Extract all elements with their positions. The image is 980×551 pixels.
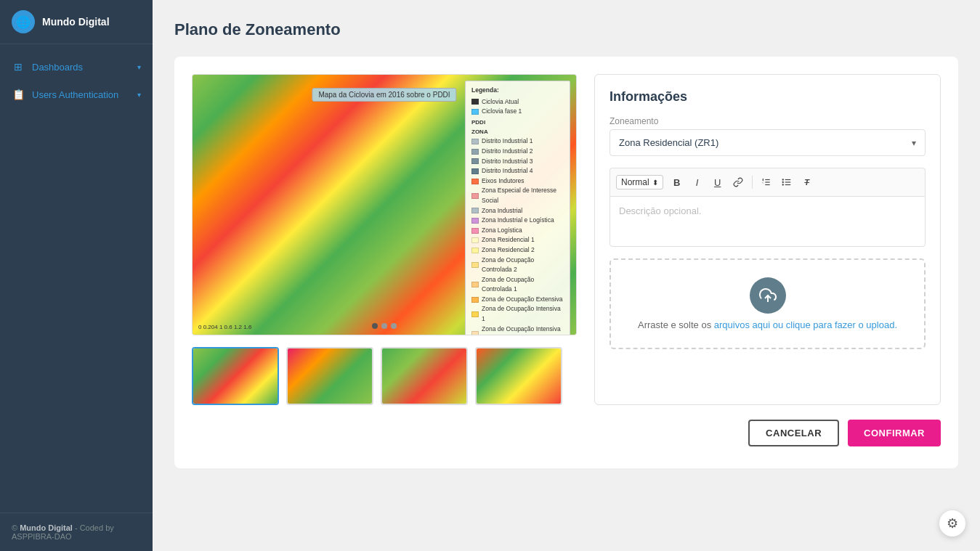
legend-title: Legenda:: [471, 86, 564, 96]
card-body: Mapa da Ciclovia em 2016 sobre o PDDI Le…: [192, 74, 941, 405]
legend-item-12: Zona de Ocupação Controlada 2: [471, 256, 564, 275]
bold-button[interactable]: B: [668, 173, 687, 192]
map-pagination-dots[interactable]: [372, 323, 397, 329]
sidebar-footer: © Mundo Digital - Coded by ASPPIBRA-DAO: [0, 513, 153, 551]
map-thumbnails: [192, 347, 577, 405]
footer-prefix: ©: [12, 523, 20, 532]
legend-item-3: Distrito Industrial 3: [471, 157, 564, 167]
legend-item-9: Zona Logística: [471, 226, 564, 236]
info-panel: Informações Zoneamento Zona Residencial …: [594, 74, 941, 405]
dashboards-icon: ⊞: [12, 60, 25, 73]
format-select[interactable]: Normal ⬍: [616, 175, 663, 189]
underline-button[interactable]: U: [708, 173, 727, 192]
content-card: Mapa da Ciclovia em 2016 sobre o PDDI Le…: [174, 57, 958, 468]
legend-item-ciclovia-atual: Ciclovia Atual: [471, 97, 564, 107]
svg-point-9: [782, 184, 783, 185]
svg-line-3: [762, 183, 763, 184]
main-content: Plano de Zoneamento Mapa da Ciclovia em …: [153, 0, 980, 551]
thumbnail-1[interactable]: [192, 347, 279, 405]
legend-item-16: Zona de Ocupação Intensiva 2: [471, 325, 564, 335]
map-dot-1[interactable]: [372, 323, 378, 329]
zoneamento-field-group: Zoneamento Zona Residencial (ZR1) ▾: [610, 116, 926, 156]
legend-item-13: Zona de Ocupação Controlada 1: [471, 275, 564, 295]
legend-label: Ciclovia fase 1: [482, 107, 522, 117]
sidebar-nav: ⊞ Dashboards ▾ 📋 Users Authentication ▾: [0, 44, 153, 513]
legend-item-1: Distrito Industrial 1: [471, 136, 564, 147]
gear-icon: ⚙: [947, 515, 958, 531]
legend-item-ciclovia-fase1: Ciclovia fase 1: [471, 107, 564, 117]
legend-item-10: Zona Residencial 1: [471, 235, 564, 245]
upload-text-part1: Arraste e solte os: [638, 319, 714, 330]
toolbar-divider-1: [752, 176, 753, 189]
map-container: Mapa da Ciclovia em 2016 sobre o PDDI Le…: [192, 74, 577, 335]
thumbnail-4[interactable]: [475, 347, 562, 405]
zoneamento-select[interactable]: Zona Residencial (ZR1) ▾: [610, 129, 926, 156]
legend-item-5: Eixos Indutores: [471, 176, 564, 187]
card-actions: CANCELAR CONFIRMAR: [192, 420, 941, 446]
link-button[interactable]: [729, 173, 748, 192]
footer-brand: Mundo Digital: [20, 523, 73, 532]
thumbnail-img-1: [193, 348, 278, 404]
chevron-down-icon-select: ▾: [912, 138, 916, 148]
thumbnail-2[interactable]: [286, 347, 373, 405]
legend-item-14: Zona de Ocupação Extensiva: [471, 295, 564, 305]
legend-pddi-label: PDDI: [471, 118, 564, 128]
upload-link-text[interactable]: arquivos aqui ou clique para fazer o upl…: [714, 319, 897, 330]
rich-text-editor: Normal ⬍ B I U: [610, 168, 926, 247]
legend-item-6: Zona Especial de Interesse Social: [471, 186, 564, 205]
legend-item-11: Zona Residencial 2: [471, 245, 564, 256]
page-title: Plano de Zoneamento: [174, 20, 958, 39]
legend-label: Ciclovia Atual: [482, 97, 519, 107]
format-select-value: Normal: [621, 177, 649, 187]
settings-gear-button[interactable]: ⚙: [939, 510, 965, 536]
map-bubble-label: Mapa da Ciclovia em 2016 sobre o PDDI: [312, 88, 456, 102]
map-scale: 0 0.204 1 0.6 1.2 1.6: [198, 324, 251, 330]
sidebar-item-dashboards-label: Dashboards: [32, 62, 83, 73]
sidebar-item-dashboards[interactable]: ⊞ Dashboards ▾: [0, 53, 153, 81]
brand-name: Mundo Digital: [42, 16, 110, 28]
legend-color-ciclovia-fase1: [471, 109, 479, 115]
upload-icon: [750, 277, 786, 314]
unordered-list-button[interactable]: [777, 173, 796, 192]
map-image: Mapa da Ciclovia em 2016 sobre o PDDI Le…: [193, 75, 576, 335]
format-select-arrow: ⬍: [652, 179, 658, 187]
map-legend: Legenda: Ciclovia Atual Ciclovia fase 1 …: [465, 81, 570, 335]
map-section: Mapa da Ciclovia em 2016 sobre o PDDI Le…: [192, 74, 577, 405]
sidebar-item-users-auth-label: Users Authentication: [32, 89, 118, 100]
zoneamento-value: Zona Residencial (ZR1): [619, 137, 718, 148]
clear-format-button[interactable]: T: [798, 173, 817, 192]
thumbnail-img-4: [477, 348, 561, 404]
legend-item-2: Distrito Industrial 2: [471, 147, 564, 157]
cancel-button[interactable]: CANCELAR: [748, 420, 839, 446]
map-dot-3[interactable]: [391, 323, 397, 329]
chevron-down-icon-2: ▾: [137, 91, 141, 99]
legend-item-7: Zona Industrial: [471, 206, 564, 216]
confirm-button[interactable]: CONFIRMAR: [848, 420, 941, 446]
zoneamento-label: Zoneamento: [610, 116, 926, 126]
thumbnail-3[interactable]: [381, 347, 468, 405]
svg-point-8: [782, 181, 783, 182]
map-dot-2[interactable]: [381, 323, 387, 329]
legend-item-8: Zona Industrial e Logística: [471, 216, 564, 226]
ordered-list-button[interactable]: [757, 173, 776, 192]
svg-point-7: [782, 179, 783, 180]
users-auth-icon: 📋: [12, 88, 25, 101]
upload-area[interactable]: Arraste e solte os arquivos aqui ou cliq…: [610, 258, 926, 349]
brand-logo: 🌐: [12, 10, 35, 33]
editor-content-area[interactable]: Descrição opcional.: [610, 196, 926, 247]
thumbnail-img-3: [382, 348, 466, 404]
sidebar: 🌐 Mundo Digital ⊞ Dashboards ▾ 📋 Users A…: [0, 0, 153, 551]
italic-button[interactable]: I: [688, 173, 707, 192]
info-panel-title: Informações: [610, 89, 926, 105]
sidebar-header: 🌐 Mundo Digital: [0, 0, 153, 44]
editor-placeholder: Descrição opcional.: [619, 205, 701, 216]
legend-item-15: Zona de Ocupação Intensiva 1: [471, 304, 564, 324]
editor-toolbar: Normal ⬍ B I U: [610, 168, 926, 196]
upload-instructions: Arraste e solte os arquivos aqui ou cliq…: [638, 319, 897, 330]
legend-zona-label: ZONA: [471, 128, 564, 137]
globe-icon: 🌐: [16, 15, 31, 29]
chevron-down-icon: ▾: [137, 63, 141, 71]
thumbnail-img-2: [288, 348, 372, 404]
sidebar-item-users-auth[interactable]: 📋 Users Authentication ▾: [0, 81, 153, 108]
legend-color-ciclovia-atual: [471, 99, 479, 105]
